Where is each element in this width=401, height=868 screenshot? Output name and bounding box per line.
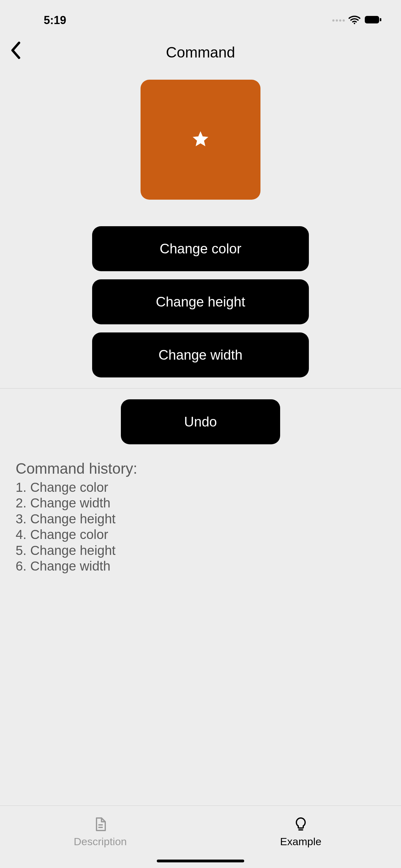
undo-section: Undo	[15, 399, 386, 444]
history-item: 2. Change width	[15, 495, 386, 511]
history-list: 1. Change color 2. Change width 3. Chang…	[15, 479, 386, 574]
tab-label: Description	[74, 836, 127, 848]
shape-box	[140, 80, 261, 200]
tab-bar: Description Example	[0, 806, 401, 868]
tab-example[interactable]: Example	[201, 806, 401, 868]
shape-container	[15, 80, 386, 200]
status-indicators	[332, 15, 382, 26]
change-height-button[interactable]: Change height	[92, 279, 309, 324]
history-section: Command history: 1. Change color 2. Chan…	[15, 460, 386, 574]
page-title: Command	[166, 44, 235, 61]
history-item: 1. Change color	[15, 479, 386, 495]
home-indicator[interactable]	[157, 860, 244, 862]
action-buttons: Change color Change height Change width	[15, 226, 386, 377]
chevron-left-icon	[9, 41, 21, 60]
lightbulb-icon	[293, 817, 308, 833]
cellular-dots-icon	[332, 19, 345, 22]
battery-icon	[364, 15, 382, 25]
history-title: Command history:	[15, 460, 386, 477]
star-icon	[191, 130, 210, 150]
back-button[interactable]	[9, 41, 21, 61]
divider	[0, 388, 401, 389]
history-item: 6. Change width	[15, 558, 386, 574]
change-width-button[interactable]: Change width	[92, 333, 309, 377]
history-item: 3. Change height	[15, 511, 386, 527]
history-item: 5. Change height	[15, 543, 386, 558]
navigation-header: Command	[0, 31, 401, 70]
undo-button[interactable]: Undo	[121, 399, 280, 444]
history-item: 4. Change color	[15, 527, 386, 542]
status-time: 5:19	[44, 14, 66, 27]
tab-description[interactable]: Description	[0, 806, 201, 868]
wifi-icon	[348, 15, 360, 26]
status-bar: 5:19	[0, 0, 401, 31]
main-content: Change color Change height Change width …	[0, 80, 401, 574]
change-color-button[interactable]: Change color	[92, 226, 309, 271]
tab-label: Example	[280, 836, 321, 848]
svg-rect-1	[380, 18, 381, 21]
svg-rect-0	[365, 16, 379, 24]
document-icon	[93, 817, 108, 833]
